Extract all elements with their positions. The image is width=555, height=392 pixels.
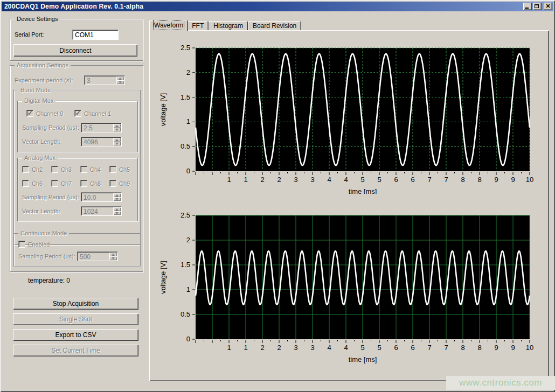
close-button[interactable]: ✕ [544,3,552,10]
disconnect-button[interactable]: Disconnect [13,44,137,57]
spin-down-icon[interactable] [116,80,124,84]
spin-up-icon[interactable] [116,76,124,80]
continuous-mode-waveform-chart: 1122334455667788991000.511.522.5time [ms… [155,200,543,365]
channel-0-checkbox[interactable] [26,110,33,117]
channel-1-checkbox-row[interactable]: Channel 1 [74,110,111,117]
analog-vector-length-value: 1024 [81,207,113,215]
channel-ch6-checkbox[interactable] [22,180,29,187]
x-tick-label: 8 [461,176,464,184]
serial-port-input[interactable]: COM1 [72,30,119,40]
digital-vector-length-spinner: 4096 [81,137,122,146]
experiment-period-spinner: 3 [84,75,125,85]
y-tick-label: 0.5 [181,142,190,150]
x-tick-label: 7 [444,344,448,352]
channel-ch6-label: Ch6 [32,180,43,187]
channel-ch7-checkbox[interactable] [51,180,58,187]
channel-ch4-checkbox[interactable] [80,166,87,173]
channel-ch5-label: Ch5 [119,166,130,173]
channel-0-checkbox-row[interactable]: Channel 0 [26,110,63,117]
spin-up-icon[interactable] [113,138,121,142]
watermark-text: www.cntronics.com [459,377,542,388]
channel-ch2-label: Ch2 [32,166,43,173]
x-tick-label: 4 [327,344,331,352]
y-tick-label: 2.5 [181,44,190,52]
channel-ch5-checkbox-row[interactable]: Ch5 [109,166,130,173]
acquisition-settings-group: Acquisition Settings Experiment period (… [10,65,143,272]
tab-histogram[interactable]: Histogram [209,21,248,30]
tab-board-revision-label: Board Revision [253,22,296,30]
channel-ch6-checkbox-row[interactable]: Ch6 [22,180,43,187]
x-tick-label: 1 [227,176,231,184]
tab-waveform[interactable]: Waveform [149,20,188,31]
x-tick-label: 5 [360,176,364,184]
set-current-time-button[interactable]: Set Current Time [13,345,138,356]
channel-ch8-checkbox-row[interactable]: Ch8 [80,180,101,187]
y-tick-label: 0.5 [181,310,190,318]
spin-up-icon[interactable] [113,193,121,197]
digital-sampling-period-spinner: 2.5 [81,123,122,132]
device-settings-group: Device Settings Serial Port: COM1 Discon… [10,19,143,61]
spin-down-icon[interactable] [113,142,121,145]
spin-up-icon[interactable] [109,253,117,256]
y-tick-label: 1 [186,285,190,293]
app-window: 200CDAQ1 Demo Application Rev. 0.1-alpha… [0,0,555,392]
spin-up-icon[interactable] [113,207,121,211]
tab-histogram-label: Histogram [213,22,243,30]
digital-mux-group: Digital Mux Channel 0 Channel 1 Sampling… [17,101,138,152]
channel-1-checkbox[interactable] [74,110,81,117]
channel-ch9-checkbox-row[interactable]: Ch9 [109,180,130,187]
y-tick-label: 0 [186,335,190,343]
x-tick-label: 9 [511,176,515,184]
analog-vector-length-spinner: 1024 [81,206,122,216]
digital-sampling-period-value: 2.5 [81,123,113,132]
channel-ch8-checkbox[interactable] [80,180,87,187]
x-tick-label: 5 [360,344,364,352]
x-tick-label: 4 [327,176,331,184]
x-tick-label: 3 [294,176,297,184]
y-tick-label: 0 [186,167,190,175]
titlebar[interactable]: 200CDAQ1 Demo Application Rev. 0.1-alpha… [2,2,553,11]
x-tick-label: 4 [344,176,348,184]
spin-down-icon[interactable] [113,197,121,201]
tab-board-revision[interactable]: Board Revision [248,21,301,30]
spin-up-icon[interactable] [113,124,121,128]
close-icon: ✕ [544,3,552,10]
channel-ch3-checkbox[interactable] [51,166,58,173]
spin-down-icon[interactable] [109,256,117,260]
x-tick-label: 6 [411,344,414,352]
channel-ch9-checkbox[interactable] [109,180,116,187]
channel-ch3-checkbox-row[interactable]: Ch3 [51,166,72,173]
digital-mux-waveform-chart: 1122334455667788991000.511.522.5time [ms… [155,32,543,194]
continuous-enabled-checkbox[interactable] [18,241,25,248]
channel-ch2-checkbox[interactable] [22,166,29,173]
window-title: 200CDAQ1 Demo Application Rev. 0.1-alpha [4,3,143,10]
x-tick-label: 10 [526,344,533,352]
maximize-icon [535,4,539,8]
tab-fft[interactable]: FFT [187,21,209,30]
spin-down-icon[interactable] [113,211,121,215]
y-axis-label: voltage [V] [159,261,167,293]
x-tick-label: 7 [427,344,431,352]
single-shot-button[interactable]: Single Shot [13,313,138,325]
x-tick-label: 8 [477,344,481,352]
x-axis-label: time [ms] [349,187,377,194]
channel-ch3-label: Ch3 [61,166,72,173]
maximize-button[interactable] [533,3,542,10]
x-tick-label: 5 [377,344,381,352]
channel-1-label: Channel 1 [84,110,111,117]
channel-ch2-checkbox-row[interactable]: Ch2 [22,166,43,173]
export-to-csv-button[interactable]: Export to CSV [13,329,138,341]
y-axis-label: voltage [V] [159,93,167,126]
analog-vector-length-label: Vector Length: [22,208,60,214]
channel-ch4-checkbox-row[interactable]: Ch4 [80,166,101,173]
channel-ch5-checkbox[interactable] [109,166,116,173]
channel-ch7-checkbox-row[interactable]: Ch7 [51,180,72,187]
continuous-enabled-checkbox-row[interactable]: Enabled [18,241,50,248]
continuous-sampling-period-value: 500 [78,252,109,261]
device-settings-title: Device Settings [15,16,60,22]
stop-acquisition-button[interactable]: Stop Acquisition [13,298,138,310]
spin-down-icon[interactable] [113,128,121,131]
minimize-button[interactable] [523,3,532,10]
experiment-period-label: Experiment period (s): [15,77,73,83]
x-tick-label: 9 [494,344,498,352]
